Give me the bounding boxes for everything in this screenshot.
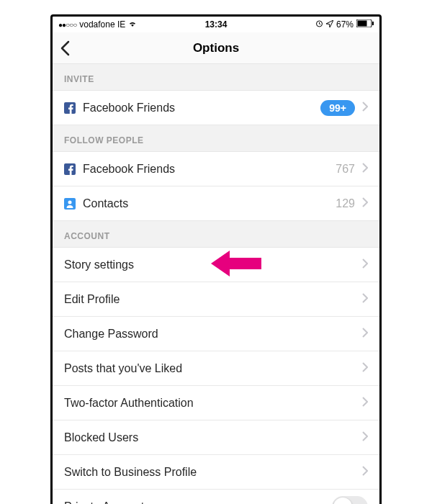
location-icon <box>326 19 333 30</box>
row-label: Blocked Users <box>64 431 362 444</box>
contacts-icon <box>64 198 83 210</box>
row-private-account[interactable]: Private Account <box>53 490 379 504</box>
row-posts-liked[interactable]: Posts that you've Liked <box>53 351 379 386</box>
row-label: Facebook Friends <box>83 163 336 176</box>
section-header-invite: INVITE <box>53 64 379 91</box>
row-label: Edit Profile <box>64 293 362 306</box>
back-button[interactable] <box>60 40 70 56</box>
row-two-factor[interactable]: Two-factor Authentication <box>53 386 379 420</box>
alarm-icon <box>315 19 323 30</box>
section-header-follow: FOLLOW PEOPLE <box>53 125 379 152</box>
chevron-right-icon <box>362 362 368 375</box>
row-invite-facebook[interactable]: Facebook Friends 99+ <box>53 91 379 125</box>
phone-frame: ●●○○○ vodafone IE 13:34 67% Options <box>50 14 382 504</box>
row-label: Two-factor Authentication <box>64 397 362 410</box>
battery-percent: 67% <box>336 19 354 30</box>
chevron-right-icon <box>362 293 368 306</box>
carrier-label: vodafone IE <box>79 19 125 30</box>
section-header-account: ACCOUNT <box>53 221 379 248</box>
status-left: ●●○○○ vodafone IE <box>58 19 137 30</box>
row-label: Story settings <box>64 258 362 271</box>
row-story-settings[interactable]: Story settings <box>53 248 379 282</box>
facebook-icon <box>64 102 83 114</box>
row-count: 129 <box>336 197 355 210</box>
chevron-right-icon <box>362 328 368 341</box>
private-account-toggle[interactable] <box>332 496 368 505</box>
settings-list: INVITE Facebook Friends 99+ FOLLOW PEOPL… <box>53 64 379 504</box>
chevron-right-icon <box>362 163 368 176</box>
chevron-right-icon <box>362 397 368 410</box>
svg-rect-3 <box>372 22 374 25</box>
chevron-right-icon <box>362 466 368 479</box>
row-switch-business[interactable]: Switch to Business Profile <box>53 455 379 490</box>
row-follow-facebook[interactable]: Facebook Friends 767 <box>53 152 379 186</box>
row-label: Private Account <box>64 500 332 505</box>
row-count: 767 <box>336 163 355 176</box>
row-label: Change Password <box>64 328 362 341</box>
chevron-right-icon <box>362 431 368 444</box>
wifi-icon <box>128 19 137 30</box>
status-bar: ●●○○○ vodafone IE 13:34 67% <box>53 17 379 32</box>
nav-bar: Options <box>53 32 379 64</box>
svg-point-7 <box>68 200 72 204</box>
row-change-password[interactable]: Change Password <box>53 317 379 351</box>
signal-dots-icon: ●●○○○ <box>58 21 76 29</box>
row-label: Facebook Friends <box>83 102 320 114</box>
status-time: 13:34 <box>205 19 228 30</box>
row-edit-profile[interactable]: Edit Profile <box>53 282 379 317</box>
row-label: Switch to Business Profile <box>64 466 362 479</box>
battery-icon <box>356 19 374 30</box>
row-blocked-users[interactable]: Blocked Users <box>53 420 379 455</box>
row-label: Posts that you've Liked <box>64 362 362 375</box>
page-title: Options <box>193 41 239 55</box>
row-label: Contacts <box>83 197 336 210</box>
chevron-right-icon <box>362 197 368 210</box>
status-right: 67% <box>315 19 374 30</box>
chevron-right-icon <box>362 102 368 114</box>
row-follow-contacts[interactable]: Contacts 129 <box>53 186 379 221</box>
count-badge: 99+ <box>320 100 355 116</box>
facebook-icon <box>64 163 83 175</box>
svg-rect-2 <box>358 21 367 27</box>
chevron-right-icon <box>362 258 368 271</box>
